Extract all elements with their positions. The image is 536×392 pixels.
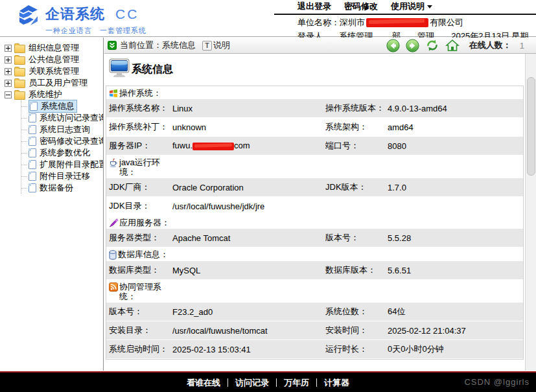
section-header-row: 协同管理系统：: [106, 280, 523, 303]
logo: 企语系统 CC 一种企业语言 一套管理系统: [17, 5, 146, 36]
section-header-label: 操作系统：: [119, 88, 170, 98]
vertical-scrollbar[interactable]: [525, 54, 536, 371]
sidebar-item-system-maintenance[interactable]: 系统维护: [5, 89, 103, 100]
document-icon: [29, 172, 36, 181]
footer-bar: 看谁在线 访问记录 万年历 计算器 CSDN @lggirls: [0, 373, 536, 392]
tip-icon[interactable]: T: [202, 41, 212, 51]
sidebar-item-label: 员工及用户管理: [29, 77, 87, 89]
sidebar-item-system-log[interactable]: 系统日志查询: [21, 124, 103, 135]
system-info-table: 操作系统： 操作系统名称： Linux 操作系统版本： 4.9.0-13-amd…: [106, 86, 524, 360]
breadcrumb-bar: 当前位置： 系统信息 T 说明: [104, 38, 536, 54]
sidebar-item-org-info[interactable]: 组织信息管理: [5, 42, 103, 54]
watermark: CSDN @lggirls: [464, 377, 530, 387]
field-label: 端口号：: [325, 140, 388, 152]
sidebar-item-attachment-dir-config[interactable]: 扩展附件目录配置: [21, 159, 103, 170]
sidebar-item-label: 系统日志查询: [40, 124, 90, 135]
sidebar-item-attachment-dir-migrate[interactable]: 附件目录迁移: [21, 170, 103, 182]
footer-link-visit-log[interactable]: 访问记录: [227, 378, 276, 387]
tree-connector: [21, 130, 27, 130]
field-value: 2025-02-13 15:03:41: [172, 345, 325, 354]
expand-plus-icon[interactable]: [5, 68, 12, 75]
app-title: 企语系统: [45, 5, 105, 24]
sidebar-item-label: 附件目录迁移: [40, 170, 90, 182]
sidebar-item-system-info[interactable]: 系统信息: [21, 100, 103, 112]
windows-icon: [109, 89, 118, 98]
help-menu[interactable]: 使用说明: [391, 1, 432, 12]
expand-plus-icon[interactable]: [5, 56, 12, 63]
unit-name-row: 单位名称：深圳市有限公司: [274, 15, 536, 29]
sidebar-item-access-log[interactable]: 系统访问记录查询: [21, 112, 103, 124]
location-marker-icon: [108, 41, 117, 50]
sidebar-item-linked-systems[interactable]: 关联系统管理: [5, 65, 103, 77]
sidebar-tree: 组织信息管理 公共信息管理 关联系统管理 员工及用户管理 系统维护: [0, 38, 104, 371]
table-row: 服务器类型： Apache Tomcat 版本号： 5.5.28: [106, 229, 523, 248]
document-icon: [30, 102, 38, 111]
breadcrumb-value: 系统信息: [162, 40, 196, 51]
field-value: /usr/local/fuwushe/jdk/jre: [172, 202, 325, 211]
field-label: 系统位数：: [325, 306, 388, 317]
tree-connector: [21, 176, 27, 177]
page-title: 系统信息: [132, 63, 173, 76]
scrollbar-thumb[interactable]: [527, 77, 535, 176]
sidebar-item-param-optimize[interactable]: 系统参数优化: [21, 147, 103, 159]
field-label: 安装时间：: [325, 325, 388, 336]
unit-name-suffix: 有限公司: [430, 17, 463, 27]
footer-link-calculator[interactable]: 计算器: [316, 378, 356, 387]
table-row: 系统启动时间： 2025-02-13 15:03:41 运行时长： 0天0小时0…: [106, 340, 523, 359]
change-password-link[interactable]: 密码修改: [344, 1, 378, 12]
table-row: 服务器IP： fuwu.com 端口号： 8080: [106, 137, 523, 156]
top-menu: 退出登录 密码修改 使用说明: [274, 0, 536, 15]
redaction-ip: [192, 143, 234, 150]
refresh-button[interactable]: [425, 39, 439, 52]
expand-plus-icon[interactable]: [5, 80, 12, 87]
expand-plus-icon[interactable]: [5, 45, 12, 52]
field-label: JDK目录：: [109, 200, 172, 212]
field-value: 8080: [388, 141, 520, 151]
field-label: 版本号：: [109, 306, 172, 317]
logout-link[interactable]: 退出登录: [297, 1, 331, 12]
java-icon: [109, 158, 118, 168]
field-value: 4.9.0-13-amd64: [388, 104, 520, 113]
sidebar-children: 系统信息 系统访问记录查询 系统日志查询 密码修改记录查询 系: [21, 100, 103, 194]
field-value: F23.2_ad0: [172, 307, 325, 317]
folder-icon: [14, 68, 25, 76]
field-value: /usr/local/fuwushe/tomcat: [172, 326, 325, 336]
document-icon: [29, 148, 36, 157]
section-header-label: 数据库信息：: [118, 249, 169, 259]
breadcrumb-label: 当前位置：: [120, 40, 162, 51]
footer-link-calendar[interactable]: 万年历: [276, 378, 316, 387]
document-icon: [29, 113, 36, 122]
document-icon: [29, 160, 36, 169]
forward-button[interactable]: [406, 39, 419, 52]
section-header-label: 应用服务器：: [119, 218, 170, 227]
section-header-row: java运行环境：: [106, 156, 523, 178]
sidebar-item-password-log[interactable]: 密码修改记录查询: [21, 135, 103, 147]
table-row: 操作系统名称： Linux 操作系统版本： 4.9.0-13-amd64: [106, 99, 523, 118]
sidebar-item-staff-users[interactable]: 员工及用户管理: [5, 77, 103, 89]
selected-item-highlight[interactable]: 系统信息: [29, 100, 77, 113]
tip-label[interactable]: 说明: [213, 40, 230, 51]
rss-icon: [109, 282, 118, 292]
sidebar-item-label: 密码修改记录查询: [40, 135, 104, 147]
unit-name-label: 单位名称：: [297, 17, 340, 27]
field-value: unknown: [172, 122, 325, 132]
field-value: amd64: [388, 122, 520, 132]
collapse-minus-icon[interactable]: [5, 91, 12, 98]
sidebar-item-label: 扩展附件目录配置: [40, 159, 104, 170]
sidebar-item-label: 系统访问记录查询: [40, 112, 104, 124]
back-button[interactable]: [386, 39, 400, 52]
sidebar-item-public-info[interactable]: 公共信息管理: [5, 54, 103, 65]
sidebar-item-label: 公共信息管理: [29, 54, 79, 65]
field-value: Linux: [172, 104, 325, 113]
footer-link-whos-online[interactable]: 看谁在线: [180, 378, 227, 387]
field-value: Oracle Corporation: [172, 183, 325, 192]
app-window: 企语系统 CC 一种企业语言 一套管理系统 退出登录 密码修改 使用说明 单位名…: [0, 0, 536, 392]
field-label: 服务器类型：: [109, 232, 172, 244]
field-label: 系统启动时间：: [109, 343, 172, 355]
sidebar-item-data-backup[interactable]: 数据备份: [21, 182, 103, 194]
field-label: 操作系统名称：: [109, 102, 172, 114]
field-label: 操作系统版本：: [325, 102, 388, 114]
section-header-label: 协同管理系统：: [119, 282, 170, 301]
home-button[interactable]: [445, 39, 460, 52]
document-icon: [29, 183, 36, 192]
